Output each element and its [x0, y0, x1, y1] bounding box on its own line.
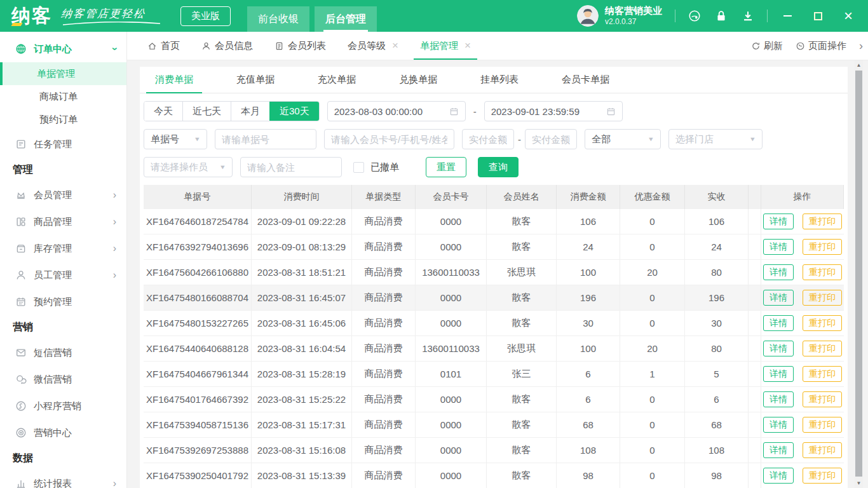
chevron-right-icon[interactable]: › — [859, 39, 863, 53]
remark-input[interactable] — [240, 157, 342, 177]
query-button[interactable]: 查询 — [478, 157, 519, 177]
user-info[interactable]: 纳客营销美业 v2.0.0.37 — [605, 5, 662, 27]
reprint-button[interactable]: 重打印 — [803, 264, 842, 280]
sidebar-item[interactable]: 任务管理 — [0, 131, 126, 158]
workspace-tab[interactable]: 单据管理× — [419, 32, 472, 60]
reprint-button[interactable]: 重打印 — [803, 341, 842, 356]
detail-button[interactable]: 详情 — [763, 391, 794, 407]
reprint-button[interactable]: 重打印 — [803, 290, 842, 306]
date-to-picker[interactable]: 2023-09-01 23:59:59 — [484, 101, 623, 121]
cell-order-no: XF16475401764667392 — [144, 387, 252, 412]
sidebar-item[interactable]: 库存管理› — [0, 235, 126, 262]
detail-button[interactable]: 详情 — [763, 264, 794, 280]
sidebar-item[interactable]: 统计报表› — [0, 470, 126, 488]
quick-range-button[interactable]: 近30天 — [269, 102, 319, 121]
amount-min-input[interactable] — [462, 129, 514, 149]
quick-range-button[interactable]: 本月 — [231, 102, 269, 121]
table-row[interactable]: XF164754406406881282023-08-31 16:04:54商品… — [144, 336, 844, 362]
table-row[interactable]: XF164753926972538882023-08-31 15:16:08商品… — [144, 438, 844, 463]
sidebar-item[interactable]: 会员管理› — [0, 182, 126, 208]
minimize-button[interactable] — [780, 9, 794, 23]
sidebar-subitem[interactable]: 预约订单 — [0, 108, 126, 131]
tab-close-icon[interactable]: × — [465, 39, 471, 52]
table-row[interactable]: XF164756042661068802023-08-31 18:51:21商品… — [144, 260, 844, 285]
reprint-button[interactable]: 重打印 — [803, 214, 842, 229]
detail-button[interactable]: 详情 — [763, 290, 794, 306]
detail-button[interactable]: 详情 — [763, 341, 794, 356]
table-row[interactable]: XF164754801660887042023-08-31 16:45:07商品… — [144, 285, 844, 311]
doc-type-tab[interactable]: 挂单列表 — [471, 67, 527, 93]
reprint-button[interactable]: 重打印 — [803, 239, 842, 255]
detail-button[interactable]: 详情 — [763, 417, 794, 433]
sidebar-item[interactable]: 订单中心› — [0, 36, 126, 62]
reprint-button[interactable]: 重打印 — [803, 468, 842, 484]
table-row[interactable]: XF164763927940136962023-09-01 08:13:29商品… — [144, 234, 844, 260]
avatar[interactable] — [577, 5, 599, 27]
doc-type-tab[interactable]: 消费单据 — [146, 67, 202, 93]
revoked-checkbox[interactable] — [353, 162, 364, 173]
doc-no-type-select[interactable]: 单据号 ▼ — [144, 129, 207, 149]
workspace-tab[interactable]: 会员信息 — [200, 32, 254, 60]
doc-type-tab[interactable]: 会员卡单据 — [553, 67, 618, 93]
workspace-tab-label: 会员等级 — [348, 40, 386, 52]
quick-range-button[interactable]: 近七天 — [182, 102, 231, 121]
lock-icon[interactable] — [715, 10, 728, 22]
sidebar-item[interactable]: 短信营销 — [0, 339, 126, 366]
doc-no-input[interactable] — [215, 129, 316, 149]
sidebar-subitem[interactable]: 单据管理 — [0, 62, 126, 85]
doc-type-tab[interactable]: 充次单据 — [309, 67, 365, 93]
sidebar-item[interactable]: 小程序营销 — [0, 393, 126, 419]
sidebar-subitem[interactable]: 商城订单 — [0, 85, 126, 108]
content-scrollbar[interactable]: ▲ ▼ — [855, 60, 863, 488]
detail-button[interactable]: 详情 — [763, 442, 794, 458]
sidebar-item[interactable]: 员工管理› — [0, 262, 126, 288]
table-row[interactable]: XF164753940587151362023-08-31 15:17:31商品… — [144, 412, 844, 438]
type-select[interactable]: 全部 ▼ — [585, 129, 661, 149]
operator-select[interactable]: 请选择操作员 ▼ — [144, 157, 233, 177]
member-search-input[interactable] — [324, 129, 454, 149]
table-row[interactable]: XF164764601872547842023-09-01 09:22:28商品… — [144, 209, 844, 234]
detail-button[interactable]: 详情 — [763, 239, 794, 255]
scroll-down-arrow-icon[interactable]: ▼ — [855, 478, 863, 488]
scroll-up-arrow-icon[interactable]: ▲ — [855, 60, 863, 70]
table-row[interactable]: XF164754801532272652023-08-31 16:45:06商品… — [144, 311, 844, 336]
table-row[interactable]: XF164754046679613442023-08-31 15:28:19商品… — [144, 362, 844, 387]
date-from-picker[interactable]: 2023-08-03 00:00:00 — [327, 101, 466, 121]
mode-tab[interactable]: 后台管理 — [315, 6, 377, 32]
sidebar-item[interactable]: 营销中心 — [0, 419, 126, 446]
quick-range-button[interactable]: 今天 — [144, 102, 182, 121]
amount-max-input[interactable] — [525, 129, 577, 149]
refresh-button[interactable]: 刷新 — [751, 40, 783, 52]
close-button[interactable]: × — [841, 9, 855, 23]
mode-tab[interactable]: 前台收银 — [247, 6, 309, 32]
doc-type-tab[interactable]: 兑换单据 — [390, 67, 446, 93]
reset-button[interactable]: 重置 — [426, 157, 466, 177]
scrollbar-thumb[interactable] — [855, 71, 862, 477]
page-ops-button[interactable]: 页面操作 — [796, 40, 846, 52]
store-select[interactable]: 选择门店 ▼ — [668, 129, 763, 149]
detail-button[interactable]: 详情 — [763, 366, 794, 382]
sidebar-item[interactable]: 商品管理› — [0, 208, 126, 235]
maximize-button[interactable] — [811, 9, 825, 23]
edition-badge[interactable]: 美业版 — [180, 6, 231, 26]
workspace-tab[interactable]: 首页 — [146, 32, 181, 60]
reprint-button[interactable]: 重打印 — [803, 442, 842, 458]
sidebar-item[interactable]: 微信营销 — [0, 366, 126, 393]
tab-close-icon[interactable]: × — [392, 39, 398, 52]
reprint-button[interactable]: 重打印 — [803, 315, 842, 331]
sidebar-item[interactable]: 预约管理 — [0, 288, 126, 315]
table-row[interactable]: XF164754017646673922023-08-31 15:25:22商品… — [144, 387, 844, 412]
workspace-tabs: 首页会员信息会员列表会员等级×单据管理× — [146, 32, 472, 60]
reprint-button[interactable]: 重打印 — [803, 391, 842, 407]
workspace-tab[interactable]: 会员等级× — [346, 32, 400, 60]
workspace-tab[interactable]: 会员列表 — [273, 32, 327, 60]
reprint-button[interactable]: 重打印 — [803, 366, 842, 382]
detail-button[interactable]: 详情 — [763, 468, 794, 484]
table-row[interactable]: XF164753902504017922023-08-31 15:13:39商品… — [144, 463, 844, 488]
reprint-button[interactable]: 重打印 — [803, 417, 842, 433]
detail-button[interactable]: 详情 — [763, 315, 794, 331]
support-icon[interactable] — [688, 10, 701, 22]
download-icon[interactable] — [742, 10, 754, 22]
doc-type-tab[interactable]: 充值单据 — [227, 67, 283, 93]
detail-button[interactable]: 详情 — [763, 214, 794, 229]
